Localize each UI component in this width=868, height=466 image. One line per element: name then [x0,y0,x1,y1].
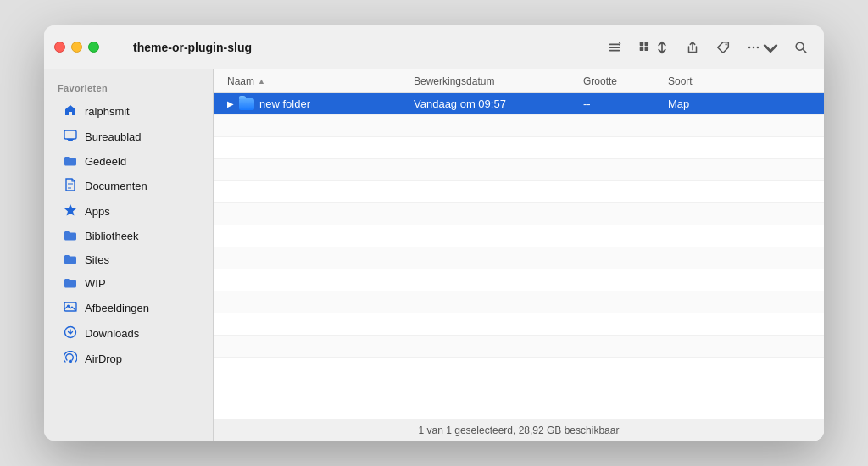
main-area: Favorieten ralphsmit Bureaublad Gedeeld [44,69,824,441]
shared-folder-icon [63,154,78,169]
photos-icon [63,300,78,316]
window-title: theme-or-plugin-slug [133,41,252,54]
sidebar-label-documenten: Documenten [85,180,147,192]
sidebar-item-afbeeldingen[interactable]: Afbeeldingen [49,296,208,320]
sidebar-label-gedeeld: Gedeeld [85,155,126,168]
svg-rect-3 [640,42,644,46]
sidebar-item-bureaublad[interactable]: Bureaublad [49,125,208,149]
sidebar-item-documenten[interactable]: Documenten [49,174,208,198]
file-size: -- [583,97,668,110]
sidebar-label-wip: WIP [85,277,106,290]
sidebar-label-afbeeldingen: Afbeeldingen [85,302,149,314]
file-date: Vandaag om 09:57 [414,97,583,110]
sidebar-item-wip[interactable]: WIP [49,272,208,295]
svg-rect-13 [68,140,73,141]
svg-point-7 [726,43,727,45]
status-bar: 1 van 1 geselecteerd, 28,92 GB beschikba… [214,419,824,441]
sidebar-label-bureaublad: Bureaublad [85,130,142,143]
downloads-icon [63,325,78,341]
sidebar-label-ralphsmit: ralphsmit [85,105,130,118]
file-name: new folder [259,97,310,110]
table-row [214,159,824,181]
table-row [214,181,824,203]
sidebar-label-apps: Apps [85,205,110,218]
table-row [214,115,824,137]
sidebar-item-gedeeld[interactable]: Gedeeld [49,150,208,173]
file-area: Naam ▲ Bewerkingsdatum Grootte Soort ▶ n… [214,69,824,441]
document-icon [63,178,78,194]
toolbar-actions [602,36,814,58]
library-folder-icon [63,229,78,243]
sidebar-label-downloads: Downloads [85,327,139,340]
sites-folder-icon [63,252,78,267]
sidebar-item-bibliotheek[interactable]: Bibliotheek [49,225,208,247]
back-button[interactable] [109,46,116,49]
svg-rect-5 [640,47,644,51]
airdrop-icon [63,351,78,367]
svg-rect-12 [64,130,76,139]
home-icon [63,103,78,119]
svg-point-11 [796,42,804,50]
more-button[interactable] [741,36,783,58]
table-row [214,247,824,269]
sidebar-item-downloads[interactable]: Downloads [49,321,208,346]
sidebar-item-airdrop[interactable]: AirDrop [49,347,208,371]
list-view-button[interactable] [602,36,627,58]
finder-window: theme-or-plugin-slug [44,25,824,441]
file-name-cell: ▶ new folder [227,97,414,110]
svg-point-9 [753,46,754,47]
sidebar: Favorieten ralphsmit Bureaublad Gedeeld [44,69,214,441]
sidebar-label-bibliotheek: Bibliotheek [85,230,139,242]
sort-arrow: ▲ [258,77,265,86]
col-grootte: Grootte [583,75,668,87]
sidebar-item-apps[interactable]: Apps [49,199,208,224]
titlebar: theme-or-plugin-slug [44,25,824,69]
sidebar-label-sites: Sites [85,253,109,266]
traffic-lights [54,42,99,53]
table-row [214,203,824,225]
svg-point-10 [757,46,759,47]
table-row [214,225,824,247]
grid-view-button[interactable] [632,36,675,58]
table-row[interactable]: ▶ new folder Vandaag om 09:57 -- Map [214,93,824,115]
status-text: 1 van 1 geselecteerd, 28,92 GB beschikba… [419,424,620,436]
chevron-right-icon: ▶ [227,99,234,108]
svg-rect-2 [609,49,620,51]
svg-rect-14 [67,139,74,140]
apps-icon [63,203,78,219]
sidebar-item-sites[interactable]: Sites [49,248,208,271]
file-kind: Map [668,97,810,110]
svg-point-21 [69,360,72,363]
forward-button[interactable] [120,46,126,49]
table-row [214,291,824,313]
file-list: ▶ new folder Vandaag om 09:57 -- Map [214,93,824,419]
minimize-button[interactable] [71,42,82,53]
column-headers: Naam ▲ Bewerkingsdatum Grootte Soort [214,69,824,93]
svg-rect-1 [609,47,620,48]
sidebar-item-ralphsmit[interactable]: ralphsmit [49,99,208,124]
close-button[interactable] [54,42,65,53]
svg-rect-4 [645,42,649,46]
desktop-icon [63,129,78,145]
table-row [214,137,824,159]
wip-folder-icon [63,276,78,291]
folder-icon [239,98,254,110]
maximize-button[interactable] [88,42,99,53]
col-soort: Soort [668,75,810,87]
svg-rect-0 [609,43,620,45]
search-button[interactable] [788,36,814,58]
tag-button[interactable] [710,36,736,58]
share-button[interactable] [680,36,705,58]
svg-rect-6 [645,47,649,51]
col-datum: Bewerkingsdatum [414,75,583,87]
svg-point-8 [748,46,750,47]
sidebar-section-label: Favorieten [44,80,213,98]
table-row [214,269,824,291]
nav-buttons [109,46,126,49]
sidebar-label-airdrop: AirDrop [85,352,122,365]
table-row [214,313,824,336]
col-naam[interactable]: Naam ▲ [227,75,414,87]
table-row [214,336,824,358]
